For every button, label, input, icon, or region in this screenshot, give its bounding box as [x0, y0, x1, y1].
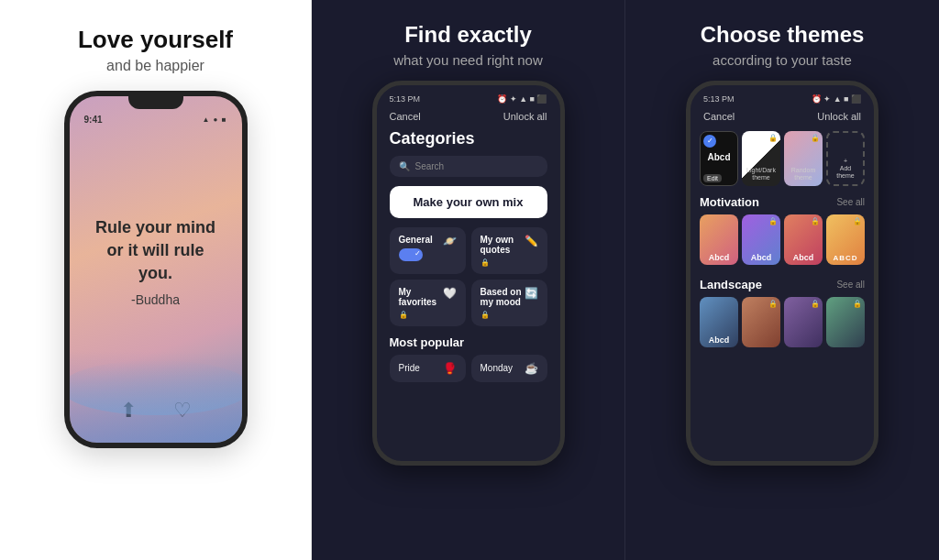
theme-random[interactable]: 🔒 Randomtheme [784, 131, 823, 186]
monday-label: Monday [481, 363, 514, 373]
landscape4-lock: 🔒 [853, 300, 862, 308]
phone-time: 9:41 [84, 115, 103, 125]
phone-mockup-2: 5:13 PM ⏰ ✦ ▲ ■ ⬛ Cancel Unlock all Cate… [372, 81, 565, 466]
phone2-header: Cancel Unlock all [377, 107, 560, 129]
category-general[interactable]: General 🪐 [390, 227, 466, 274]
category-my-own-quotes[interactable]: My own quotes 🔒 ✏️ [471, 227, 547, 274]
landscape1-abcd: Abcd [709, 335, 730, 345]
phone3-status-bar: 5:13 PM ⏰ ✦ ▲ ■ ⬛ [690, 85, 874, 107]
my-own-quotes-label: My own quotes [481, 235, 525, 255]
landscape-theme-2[interactable]: 🔒 [742, 297, 780, 347]
search-bar[interactable]: 🔍 Search [390, 156, 547, 177]
my-favorites-label: My favorites [399, 287, 443, 307]
search-icon: 🔍 [399, 161, 410, 171]
landscape-themes-row: Abcd 🔒 🔒 🔒 [690, 297, 874, 357]
motivation4-abcd: ABCD [833, 254, 857, 262]
landscape-theme-1[interactable]: Abcd [700, 297, 738, 347]
motivation1-abcd: Abcd [709, 253, 730, 262]
category-general-label: General [399, 235, 433, 245]
motivation2-lock: 🔒 [768, 217, 778, 225]
top-themes-grid: ✓ Abcd Edit 🔒 Light/Darktheme 🔒 Randomth… [690, 131, 874, 195]
my-favorites-icon: 🤍 [443, 287, 457, 300]
phone2-time: 5:13 PM [390, 94, 421, 104]
add-theme-label: +Addtheme [836, 158, 854, 181]
phone3-time: 5:13 PM [703, 94, 735, 104]
random-lock: 🔒 [811, 134, 820, 142]
phone3-header: Cancel Unlock all [690, 107, 874, 131]
motivation-theme-1[interactable]: Abcd [700, 214, 738, 265]
quote-text: Rule your mind or it will rule you. [88, 216, 224, 286]
most-popular-label: Most popular [377, 335, 560, 349]
motivation-section-header: Motivation See all [690, 195, 874, 214]
phone2-cancel-btn[interactable]: Cancel [390, 111, 421, 122]
panel1-title: Love yourself [78, 26, 233, 54]
popular-pride[interactable]: Pride 🥊 [390, 355, 466, 382]
theme-add[interactable]: +Addtheme [826, 131, 865, 186]
panel-love-yourself: Love yourself and be happier 9:41 ▲ ● ■ … [0, 0, 312, 560]
landscape-see-all[interactable]: See all [836, 280, 865, 290]
pride-icon: 🥊 [443, 362, 457, 375]
general-icon: 🪐 [443, 235, 457, 247]
landscape-label: Landscape [700, 278, 762, 291]
motivation3-abcd: Abcd [793, 253, 814, 262]
categories-grid: General 🪐 My own quotes 🔒 ✏️ My favorite… [377, 227, 560, 326]
phone2-unlock-btn[interactable]: Unlock all [503, 111, 547, 122]
panel3-title: Choose themes [701, 22, 865, 49]
my-own-quotes-lock: 🔒 [481, 258, 525, 267]
landscape2-lock: 🔒 [768, 300, 778, 308]
landscape-section-header: Landscape See all [690, 278, 874, 297]
panel-choose-themes: Choose themes according to your taste 5:… [625, 0, 939, 560]
motivation-theme-2[interactable]: 🔒 Abcd [742, 214, 780, 265]
make-your-own-mix-button[interactable]: Make your own mix [390, 186, 547, 218]
phone3-signal: ⏰ ✦ ▲ ■ ⬛ [812, 94, 861, 104]
motivation-see-all[interactable]: See all [836, 197, 865, 207]
wave-decoration [64, 360, 248, 415]
category-based-on-mood[interactable]: Based on my mood 🔒 🔄 [471, 280, 547, 326]
motivation-label: Motivation [700, 195, 759, 209]
lightdark-lock: 🔒 [768, 134, 778, 142]
my-favorites-lock: 🔒 [399, 311, 443, 319]
panel-find-exactly: Find exactly what you need right now 5:1… [312, 0, 625, 560]
based-on-mood-icon: 🔄 [525, 287, 538, 300]
phone2-signal: ⏰ ✦ ▲ ■ ⬛ [497, 94, 547, 104]
theme-light-dark[interactable]: 🔒 Light/Darktheme [742, 131, 780, 186]
categories-title: Categories [377, 129, 560, 156]
landscape3-lock: 🔒 [811, 300, 820, 308]
motivation-themes-row: Abcd 🔒 Abcd 🔒 Abcd 🔒 ABCD [690, 214, 874, 274]
motivation2-abcd: Abcd [751, 253, 772, 262]
quote-author: -Buddha [88, 292, 224, 307]
landscape-theme-3[interactable]: 🔒 [784, 297, 823, 347]
panel1-subtitle: and be happier [106, 58, 204, 74]
phone3-unlock-btn[interactable]: Unlock all [817, 111, 861, 122]
phone3-cancel-btn[interactable]: Cancel [703, 111, 735, 122]
panel3-subtitle: according to your taste [713, 52, 852, 68]
phone-signal-icons: ▲ ● ■ [202, 115, 226, 124]
lightdark-label: Light/Darktheme [746, 167, 776, 182]
status-bar: 9:41 ▲ ● ■ [79, 115, 233, 125]
search-placeholder: Search [415, 161, 445, 171]
edit-label[interactable]: Edit [703, 174, 722, 182]
dark-theme-abcd: Abcd [708, 152, 731, 162]
general-toggle[interactable] [399, 248, 423, 261]
panel2-title: Find exactly [404, 22, 532, 49]
landscape-theme-4[interactable]: 🔒 [826, 297, 865, 347]
popular-monday[interactable]: Monday ☕ [471, 355, 547, 382]
theme-dark[interactable]: ✓ Abcd Edit [700, 131, 738, 186]
phone2-status-bar: 5:13 PM ⏰ ✦ ▲ ■ ⬛ [377, 85, 560, 107]
panel2-subtitle: what you need right now [393, 52, 543, 68]
pride-label: Pride [399, 363, 420, 373]
motivation-theme-4[interactable]: 🔒 ABCD [826, 214, 865, 265]
random-label: Randomtheme [791, 167, 815, 182]
based-on-mood-lock: 🔒 [481, 311, 525, 319]
motivation4-lock: 🔒 [853, 217, 862, 225]
theme-check-icon: ✓ [703, 135, 716, 148]
phone-notch [128, 96, 183, 109]
motivation3-lock: 🔒 [811, 217, 820, 225]
motivation-theme-3[interactable]: 🔒 Abcd [784, 214, 823, 265]
popular-items-grid: Pride 🥊 Monday ☕ [377, 355, 560, 382]
my-own-quotes-icon: ✏️ [525, 235, 538, 247]
phone-mockup-3: 5:13 PM ⏰ ✦ ▲ ■ ⬛ Cancel Unlock all ✓ Ab… [686, 81, 878, 466]
phone-mockup-1: 9:41 ▲ ● ■ Rule your mind or it will rul… [64, 91, 248, 448]
category-my-favorites[interactable]: My favorites 🔒 🤍 [390, 280, 466, 326]
monday-icon: ☕ [525, 362, 538, 375]
